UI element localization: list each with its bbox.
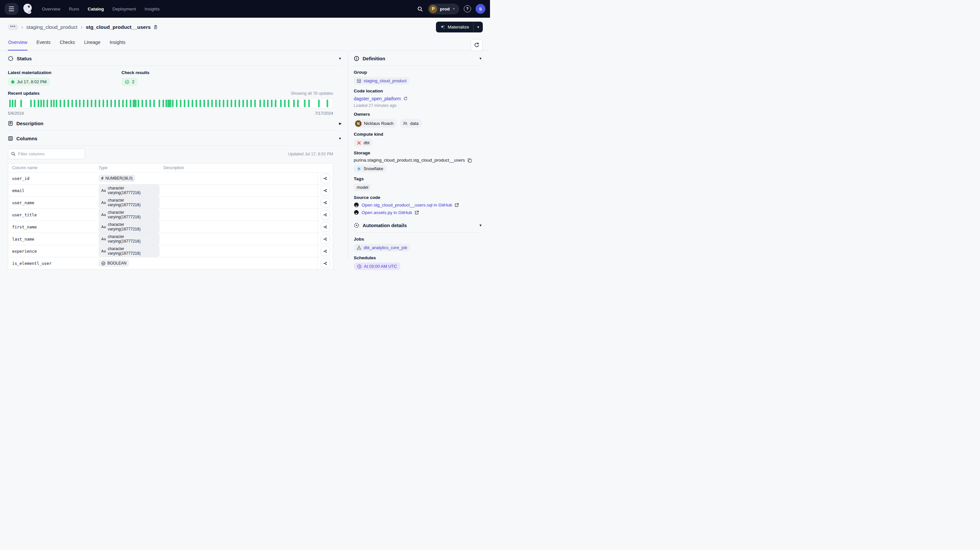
update-bar — [159, 100, 160, 107]
schedules-label: Schedules — [354, 255, 482, 260]
help-icon[interactable]: ? — [464, 5, 471, 13]
update-bar — [184, 100, 185, 107]
column-lineage-button[interactable] — [321, 198, 330, 207]
column-type: Aacharacter varying(16777216) — [95, 221, 159, 233]
breadcrumb-ellipsis-button[interactable]: ••• — [8, 24, 18, 30]
section-title: Columns — [16, 136, 37, 141]
column-lineage-button[interactable] — [321, 186, 330, 195]
owner-name: data — [410, 121, 418, 126]
code-location-label: Code location — [354, 89, 482, 93]
caret-right-icon[interactable]: ▶ — [339, 121, 342, 125]
materialize-options-caret[interactable]: ▼ — [474, 22, 483, 32]
search-icon[interactable] — [417, 6, 423, 12]
tag-pill[interactable]: model — [354, 183, 371, 191]
reload-icon[interactable] — [403, 96, 408, 101]
column-type: Aacharacter varying(16777216) — [95, 209, 159, 221]
columns-toolbar: Updated Jul 17, 8:02 PM — [8, 148, 333, 159]
latest-materialization-pill[interactable]: Jul 17, 8:02 PM — [8, 78, 50, 86]
update-bar — [75, 100, 77, 107]
compute-kind-pill[interactable]: dbt — [354, 139, 372, 147]
recent-updates-header: Recent updates Showing all 78 updates — [8, 91, 333, 96]
owners-list: N Nicklaus Roach data — [354, 119, 482, 128]
column-lineage-button[interactable] — [321, 210, 330, 220]
compute-kind-name: dbt — [364, 140, 369, 145]
column-lineage-button[interactable] — [321, 247, 330, 256]
column-lineage-button[interactable] — [321, 222, 330, 232]
table-row: user_titleAacharacter varying(16777216) — [8, 209, 333, 221]
hamburger-menu-button[interactable] — [5, 3, 18, 15]
owners-label: Owners — [354, 112, 482, 117]
columns-table-body: user_id#NUMBER(38,0)emailAacharacter var… — [8, 172, 333, 269]
user-avatar[interactable]: S — [476, 4, 485, 14]
tab-insights[interactable]: Insights — [110, 37, 126, 51]
source-link-row: Open assets.py in GitHub — [354, 210, 482, 215]
update-bar — [246, 100, 248, 107]
owner-pill-team[interactable]: data — [399, 119, 422, 128]
description-section-header: Description ▶ — [8, 116, 342, 131]
check-results-pill[interactable]: 2 — [121, 78, 138, 86]
copy-icon[interactable] — [153, 25, 158, 30]
nav-item-overview[interactable]: Overview — [42, 6, 60, 11]
tab-overview[interactable]: Overview — [8, 37, 27, 51]
nav-item-runs[interactable]: Runs — [69, 6, 79, 11]
update-bar — [30, 100, 32, 107]
compute-kind-label: Compute kind — [354, 132, 482, 137]
external-link-icon[interactable] — [455, 203, 459, 207]
tag-name: model — [357, 185, 368, 190]
source-code-link[interactable]: Open assets.py in GitHub — [362, 210, 412, 215]
schedule-pill[interactable]: At 03:00 AM UTC — [354, 263, 400, 270]
storage-kind-pill[interactable]: Snowflake — [354, 165, 386, 172]
tab-events[interactable]: Events — [36, 37, 51, 51]
owner-pill-user[interactable]: N Nicklaus Roach — [354, 119, 397, 128]
tab-lineage[interactable]: Lineage — [84, 37, 101, 51]
table-row: emailAacharacter varying(16777216) — [8, 184, 333, 196]
column-lineage-button[interactable] — [321, 258, 330, 268]
nav-item-insights[interactable]: Insights — [145, 6, 160, 11]
section-title: Status — [17, 56, 32, 61]
job-pill[interactable]: dbt_analytics_core_job — [354, 244, 410, 251]
storage-kind-name: Snowflake — [364, 166, 383, 171]
update-bar — [114, 100, 116, 107]
dagster-logo-icon[interactable] — [22, 3, 34, 15]
breadcrumb-group-link[interactable]: staging_cloud_product — [26, 24, 77, 30]
update-bar — [95, 100, 96, 107]
refresh-button[interactable] — [471, 39, 483, 51]
main-column: Status ▼ Latest materialization Jul 17, … — [0, 51, 348, 261]
caret-down-icon[interactable]: ▼ — [338, 137, 342, 140]
github-icon — [354, 202, 359, 207]
update-bar — [204, 100, 205, 107]
tab-checks[interactable]: Checks — [59, 37, 75, 51]
group-pill[interactable]: staging_cloud_product — [354, 77, 409, 84]
update-bar — [40, 100, 42, 107]
update-bar — [288, 100, 290, 107]
source-code-link[interactable]: Open stg_cloud_product__users.sql in Git… — [362, 202, 452, 207]
nav-item-deployment[interactable]: Deployment — [112, 6, 136, 11]
column-actions — [317, 221, 333, 233]
caret-down-icon[interactable]: ▼ — [479, 223, 482, 227]
update-bar — [9, 100, 11, 107]
code-location-link[interactable]: dagster_open_platform — [354, 96, 408, 101]
filter-columns-input[interactable] — [8, 148, 85, 159]
column-lineage-button[interactable] — [321, 174, 330, 183]
caret-down-icon[interactable]: ▼ — [479, 57, 482, 60]
copy-icon[interactable] — [468, 158, 472, 163]
update-bar — [318, 100, 320, 107]
update-bar — [284, 100, 286, 107]
materialize-button[interactable]: Materialize ▼ — [436, 22, 483, 32]
table-row: user_nameAacharacter varying(16777216) — [8, 196, 333, 209]
column-name: email — [8, 188, 95, 193]
asset-catalog-page: Overview Runs Catalog Deployment Insight… — [0, 0, 490, 275]
nav-item-catalog[interactable]: Catalog — [88, 6, 104, 11]
update-bar — [263, 100, 265, 107]
column-name: user_title — [8, 212, 95, 217]
update-bar — [79, 100, 81, 107]
storage-label: Storage — [354, 150, 482, 155]
header-column-name: Column name — [8, 166, 95, 170]
external-link-icon[interactable] — [415, 210, 419, 215]
column-actions — [317, 245, 333, 257]
environment-switcher[interactable]: P prod ▼ — [428, 3, 459, 14]
check-circle-icon — [125, 80, 129, 84]
caret-down-icon[interactable]: ▼ — [338, 57, 342, 60]
recent-updates-chart[interactable] — [8, 98, 333, 108]
column-lineage-button[interactable] — [321, 234, 330, 244]
